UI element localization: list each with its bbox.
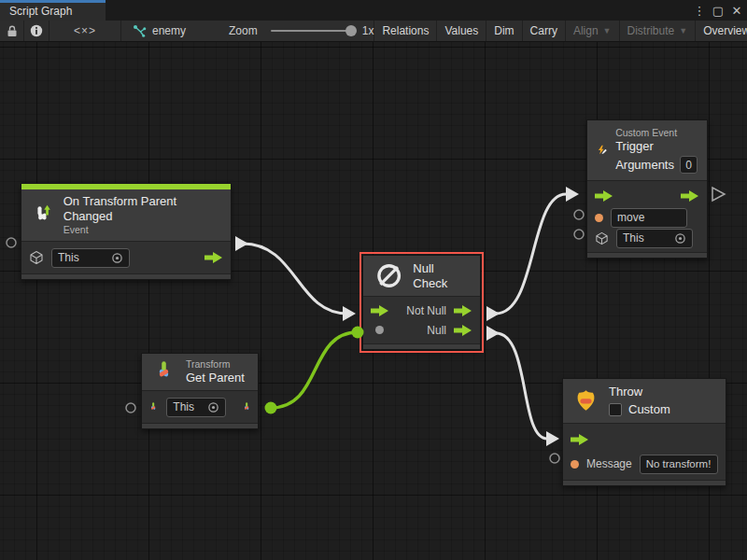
message-field[interactable]: No transform! — [640, 455, 718, 474]
cube-icon — [595, 231, 609, 245]
transform-event-icon — [31, 203, 54, 228]
node-throw[interactable]: Throw Custom Message No transform! — [562, 378, 726, 486]
info-button[interactable] — [24, 21, 49, 41]
node-subtitle: Transform — [186, 358, 245, 371]
node-title: On Transform Parent Changed — [63, 194, 221, 224]
chevron-down-icon: ▼ — [603, 26, 612, 35]
null-output-port[interactable] — [454, 325, 472, 336]
object-picker-icon[interactable] — [674, 232, 686, 245]
dim-button[interactable]: Dim — [486, 21, 522, 41]
tab-bar: Script Graph ⋮ ▢ ✕ — [0, 0, 747, 21]
custom-event-icon — [597, 137, 607, 163]
node-on-transform-parent-changed[interactable]: On Transform Parent Changed Event This — [21, 183, 232, 280]
target-field[interactable]: This — [51, 248, 130, 268]
carry-button[interactable]: Carry — [523, 21, 566, 41]
window-menu-icon[interactable]: ⋮ — [693, 4, 706, 18]
zoom-slider-handle[interactable] — [345, 25, 357, 36]
transform-icon — [151, 359, 176, 385]
object-picker-icon[interactable] — [111, 252, 123, 264]
transform-output-port[interactable] — [241, 400, 252, 414]
script-graph-window: Script Graph ⋮ ▢ ✕ <×> — [0, 0, 747, 560]
flow-output-port[interactable] — [204, 252, 223, 263]
message-label: Message — [586, 457, 632, 470]
graph-toolbar: <×> enemy Zoom 1x Relations Values Dim — [0, 21, 747, 42]
name-input-port[interactable] — [595, 214, 603, 222]
edit-code-button[interactable]: <×> — [49, 21, 121, 41]
arguments-label: Arguments — [615, 158, 674, 173]
cube-icon — [29, 250, 44, 265]
node-title: Throw — [609, 385, 670, 399]
graph-name-label[interactable]: enemy — [152, 24, 186, 37]
node-subtitle: Event — [63, 224, 221, 236]
flow-input-port[interactable] — [571, 434, 589, 445]
zoom-label: Zoom — [229, 24, 258, 37]
values-button[interactable]: Values — [437, 21, 486, 41]
distribute-button[interactable]: Distribute ▼ — [620, 21, 697, 41]
target-field[interactable]: This — [166, 398, 225, 417]
node-null-check[interactable]: Null Check Not Null Null — [362, 255, 481, 350]
align-button[interactable]: Align ▼ — [566, 21, 620, 41]
window-maximize-icon[interactable]: ▢ — [712, 4, 725, 18]
node-subtitle: Custom Event — [615, 127, 698, 139]
node-title: Get Parent — [186, 371, 245, 385]
custom-checkbox[interactable] — [609, 403, 622, 416]
not-null-output-port[interactable] — [454, 305, 472, 316]
event-name-field[interactable]: move — [611, 208, 687, 228]
node-trigger-custom-event[interactable]: Custom Event Trigger Arguments 0 move — [586, 119, 708, 259]
target-field[interactable]: This — [616, 229, 693, 248]
chevron-down-icon: ▼ — [679, 26, 687, 35]
relations-button[interactable]: Relations — [374, 21, 437, 41]
node-get-parent[interactable]: Transform Get Parent This — [141, 353, 259, 429]
throw-icon — [572, 387, 599, 414]
graph-icon — [133, 24, 147, 38]
flow-output-port[interactable] — [681, 190, 699, 202]
message-input-port[interactable] — [571, 460, 579, 469]
node-title: Null Check — [413, 261, 469, 291]
object-picker-icon[interactable] — [207, 401, 219, 413]
lock-icon — [7, 25, 18, 37]
toolbar-middle-group: enemy Zoom 1x — [121, 21, 374, 41]
arguments-count-field[interactable]: 0 — [680, 156, 698, 174]
custom-checkbox-label: Custom — [628, 402, 670, 417]
tab-script-graph[interactable]: Script Graph — [0, 0, 106, 21]
overview-button[interactable]: Overview — [696, 21, 747, 41]
flow-input-port[interactable] — [371, 305, 389, 316]
flow-input-port[interactable] — [595, 190, 613, 202]
node-title: Trigger — [615, 139, 698, 154]
not-null-port-label: Not Null — [406, 304, 446, 317]
window-close-icon[interactable]: ✕ — [730, 4, 743, 18]
transform-input-port[interactable] — [148, 400, 159, 414]
null-port-label: Null — [427, 324, 446, 337]
toolbar-buttons: Relations Values Dim Carry Align ▼ Distr… — [374, 21, 747, 41]
zoom-value: 1x — [362, 24, 374, 37]
value-input-port[interactable] — [375, 326, 384, 334]
null-check-icon — [374, 260, 403, 291]
info-icon — [30, 24, 43, 37]
zoom-slider[interactable] — [271, 30, 351, 32]
lock-button[interactable] — [0, 21, 24, 41]
